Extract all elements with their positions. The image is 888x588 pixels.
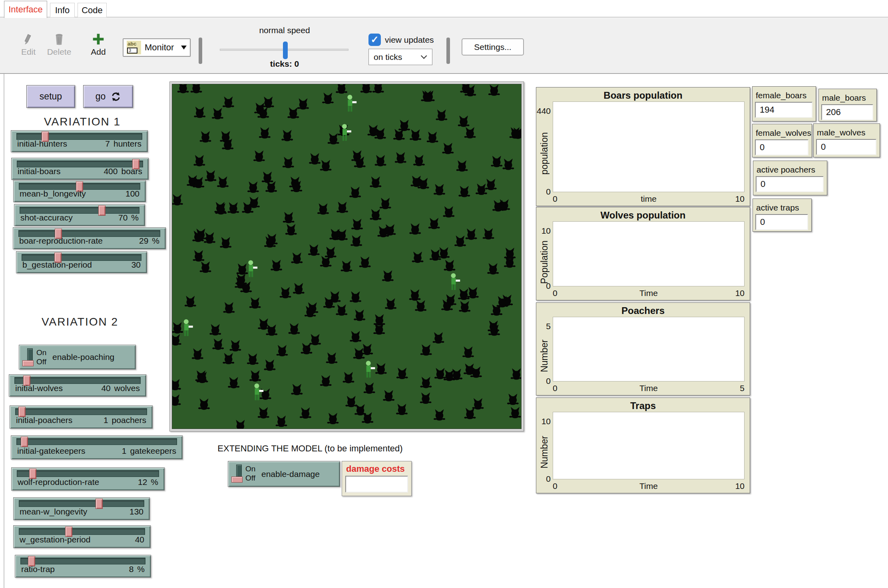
- update-mode-dropdown[interactable]: on ticks: [368, 49, 432, 65]
- go-button[interactable]: go: [83, 85, 133, 108]
- monitor-label: active poachers: [757, 165, 815, 175]
- monitor-value: 0: [755, 139, 808, 155]
- slider-value: 12%: [138, 477, 158, 487]
- slider-handle[interactable]: [96, 499, 103, 509]
- switch-on-label: On: [245, 464, 255, 473]
- switch-enable-damage[interactable]: On Off enable-damage: [228, 461, 340, 487]
- tab-interface[interactable]: Interface: [4, 1, 47, 18]
- add-button[interactable]: Add: [84, 33, 113, 57]
- monitor-active-traps: active traps 0: [753, 199, 812, 232]
- monitor-icon-text: abc: [127, 41, 136, 47]
- world-view[interactable]: [169, 81, 524, 431]
- monitor-female-wolves: female_wolves 0: [752, 124, 812, 157]
- slider-label: initial-hunters: [17, 139, 67, 149]
- slider-b-gestation-period[interactable]: b_gestation-period 30: [16, 251, 147, 273]
- slider-track: [14, 377, 141, 384]
- panel-border: [4, 74, 4, 588]
- slider-value: 7hunters: [105, 139, 141, 149]
- slider-handle[interactable]: [21, 437, 28, 447]
- plot-poachers: Poachers 5 0 Number 0 Time 5: [536, 302, 750, 395]
- setup-button[interactable]: setup: [26, 85, 75, 108]
- tab-info[interactable]: Info: [50, 3, 75, 17]
- switch-knob[interactable]: [22, 360, 34, 366]
- monitor-label: active traps: [756, 203, 799, 213]
- slider-initial-gatekeepers[interactable]: initial-gatekeepers 1gatekeepers: [11, 435, 183, 459]
- widget-type-label: Monitor: [145, 42, 174, 53]
- slider-mean-w-longevity[interactable]: mean-w_longevity 130: [13, 497, 150, 520]
- monitor-female-boars: female_boars 194: [752, 86, 816, 121]
- monitor-widget-icon: abc 3: [127, 41, 141, 54]
- damage-costs-note: damage costs: [342, 461, 412, 496]
- switch-onoff-labels: On Off: [245, 464, 255, 483]
- slider-ratio-trap[interactable]: ratio-trap 8%: [15, 555, 151, 578]
- separator: [446, 38, 450, 64]
- delete-button[interactable]: Delete: [42, 33, 76, 57]
- slider-w-gestation-period[interactable]: w_gestation-period 40: [13, 525, 151, 548]
- plot-xmax-label: 10: [735, 481, 745, 491]
- widget-type-dropdown[interactable]: abc 3 Monitor: [123, 38, 191, 57]
- tab-bar: Interface Info Code: [0, 0, 888, 18]
- plot-xmax-label: 5: [740, 383, 745, 393]
- slider-track: [17, 470, 159, 477]
- switch-on-label: On: [36, 348, 46, 357]
- slider-value: 40: [135, 535, 144, 544]
- edit-button[interactable]: Edit: [12, 33, 45, 57]
- monitor-value: 0: [755, 214, 808, 230]
- slider-initial-poachers[interactable]: initial-poachers 1poachers: [10, 405, 153, 429]
- slider-boar-reproduction-rate[interactable]: boar-reproduction-rate 29%: [13, 227, 166, 249]
- plot-boars-population: Boars population 440 0 population 0 time…: [536, 87, 750, 206]
- slider-label: w_gestation-period: [20, 535, 90, 544]
- slider-initial-hunters[interactable]: initial-hunters 7hunters: [11, 130, 148, 152]
- extending-note: EXTENDING THE MODEL (to be implemented): [182, 443, 438, 454]
- plot-xlabel: time: [553, 194, 745, 204]
- plot-ymax-label: 440: [536, 106, 551, 116]
- slider-track: [16, 438, 177, 445]
- monitor-value: 0: [816, 139, 876, 155]
- switch-enable-poaching[interactable]: On Off enable-poaching: [19, 345, 136, 369]
- slider-label: initial-boars: [18, 167, 60, 176]
- trash-icon: [53, 33, 65, 46]
- slider-initial-wolves[interactable]: initial-wolves 40wolves: [9, 374, 146, 397]
- plot-traps: Traps 10 0 Number 0 Time 10: [536, 397, 750, 493]
- plot-wolves-population: Wolves population 10 0 Population 0 Time…: [536, 207, 750, 300]
- tab-code[interactable]: Code: [78, 3, 107, 17]
- view-updates-checkbox[interactable]: ✓: [368, 34, 381, 46]
- slider-shot-accuracy[interactable]: shot-accuracy 70%: [14, 204, 145, 226]
- monitor-icon-value: 3: [127, 48, 137, 54]
- plot-area: [553, 221, 745, 286]
- slider-track: [20, 558, 145, 564]
- monitor-value: 0: [756, 176, 824, 192]
- monitor-label: male_wolves: [817, 128, 865, 137]
- switch-onoff-labels: On Off: [36, 348, 46, 366]
- plot-xmax-label: 10: [735, 288, 745, 298]
- speed-slider-label: normal speed: [221, 26, 348, 35]
- slider-initial-boars[interactable]: initial-boars 400boars: [11, 158, 149, 180]
- settings-button[interactable]: Settings...: [462, 38, 524, 56]
- slider-mean-b-longevity[interactable]: mean-b_longevity 100: [13, 180, 146, 202]
- monitor-label: male_boars: [822, 93, 866, 103]
- slider-value: 40wolves: [101, 383, 140, 393]
- switch-toggle: [231, 465, 247, 483]
- ticks-counter: ticks: 0: [221, 59, 348, 69]
- plot-ylabel: population: [538, 117, 550, 190]
- plot-title: Wolves population: [536, 210, 750, 221]
- switch-label: enable-damage: [261, 461, 320, 487]
- damage-costs-input[interactable]: [345, 476, 408, 493]
- switch-knob[interactable]: [231, 477, 243, 483]
- button-label: go: [96, 91, 106, 102]
- button-label: setup: [40, 91, 62, 102]
- slider-wolf-reproduction-rate[interactable]: wolf-reproduction-rate 12%: [11, 467, 165, 491]
- switch-label: enable-poaching: [52, 345, 114, 369]
- slider-value: 1poachers: [104, 415, 146, 425]
- slider-label: initial-wolves: [15, 383, 63, 393]
- plot-xlabel: Time: [553, 481, 745, 491]
- variation2-heading: VARIATION 2: [6, 316, 154, 328]
- slider-label: b_gestation-period: [22, 260, 92, 270]
- slider-value: 1gatekeepers: [122, 446, 176, 456]
- chevron-down-icon: [421, 53, 427, 59]
- slider-handle[interactable]: [98, 205, 106, 216]
- slider-track: [15, 408, 147, 415]
- monitor-label: female_boars: [756, 91, 806, 100]
- plus-icon: [92, 33, 105, 46]
- speed-slider-thumb[interactable]: [283, 42, 288, 59]
